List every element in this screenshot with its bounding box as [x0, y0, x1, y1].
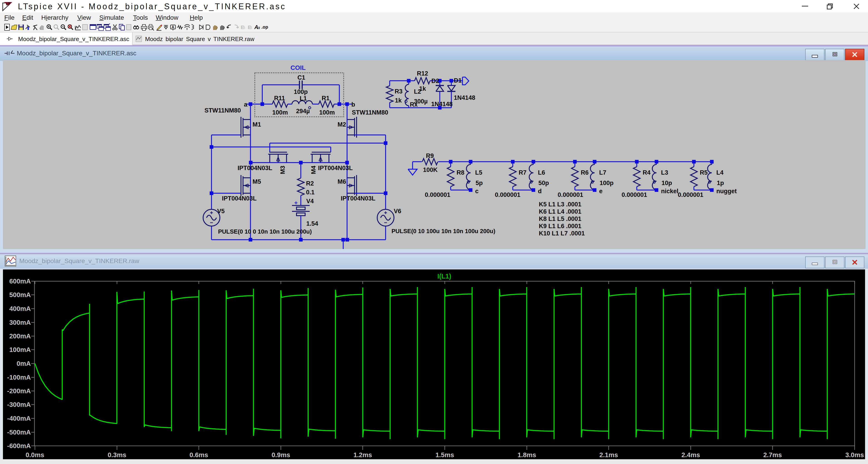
- svg-text:2.4ms: 2.4ms: [681, 451, 700, 459]
- svg-text:R4: R4: [643, 169, 651, 176]
- svg-text:0.000001: 0.000001: [425, 192, 451, 198]
- svg-text:10p: 10p: [661, 180, 672, 186]
- svg-text:R1: R1: [322, 95, 330, 102]
- svg-text:100p: 100p: [294, 88, 308, 95]
- svg-text:L2: L2: [414, 88, 421, 95]
- svg-text:R7: R7: [519, 169, 527, 176]
- svg-text:2.7ms: 2.7ms: [763, 451, 782, 459]
- svg-text:L7: L7: [599, 169, 607, 176]
- svg-text:R3: R3: [395, 88, 403, 95]
- svg-text:PULSE(0 10 100u 10n 10n 100u 2: PULSE(0 10 100u 10n 10n 100u 200u): [392, 228, 495, 234]
- svg-text:M2: M2: [338, 121, 346, 128]
- svg-text:5p: 5p: [475, 180, 483, 186]
- svg-text:R6: R6: [581, 169, 589, 176]
- svg-text:1N4148: 1N4148: [431, 101, 453, 108]
- svg-text:L5: L5: [475, 169, 483, 176]
- svg-text:+: +: [294, 199, 298, 206]
- svg-text:100mA: 100mA: [9, 346, 31, 353]
- svg-text:0.000001: 0.000001: [622, 192, 647, 198]
- svg-text:0.9ms: 0.9ms: [272, 451, 290, 459]
- svg-text:0.1: 0.1: [306, 189, 315, 196]
- svg-text:-100mA: -100mA: [7, 374, 31, 381]
- svg-text:400mA: 400mA: [9, 305, 31, 312]
- svg-text:STW11NM80: STW11NM80: [352, 109, 388, 116]
- svg-text:-400mA: -400mA: [7, 415, 31, 422]
- svg-text:c: c: [475, 188, 478, 195]
- svg-text:b: b: [351, 101, 355, 108]
- svg-text:0.000001: 0.000001: [558, 192, 583, 198]
- svg-text:-200mA: -200mA: [7, 387, 31, 395]
- svg-text:M3: M3: [279, 166, 286, 174]
- svg-text:L1: L1: [300, 95, 307, 102]
- svg-text:100K: 100K: [423, 167, 438, 173]
- svg-text:K5 L1 L3 .0001: K5 L1 L3 .0001: [539, 201, 582, 208]
- svg-text:100m: 100m: [319, 109, 335, 116]
- svg-text:COIL: COIL: [290, 64, 306, 71]
- svg-text:Rx: Rx: [410, 101, 418, 108]
- svg-text:L3: L3: [661, 169, 668, 176]
- svg-text:3: 3: [250, 26, 252, 30]
- svg-text:1N4148: 1N4148: [454, 94, 475, 101]
- svg-text:300mA: 300mA: [9, 319, 31, 326]
- svg-text:0.000001: 0.000001: [678, 192, 704, 198]
- svg-text:1.2ms: 1.2ms: [353, 451, 372, 459]
- svg-text:L4: L4: [716, 169, 723, 176]
- svg-text:e: e: [599, 188, 602, 195]
- svg-text:100m: 100m: [272, 109, 288, 116]
- svg-text:0mA: 0mA: [17, 360, 31, 367]
- svg-text:0.0ms: 0.0ms: [26, 451, 44, 459]
- svg-text:nugget: nugget: [716, 188, 737, 195]
- svg-text:D1: D1: [454, 77, 462, 84]
- svg-text:V6: V6: [394, 208, 401, 214]
- svg-text:294µ: 294µ: [296, 108, 310, 115]
- svg-text:K8 L1 L5 .0001: K8 L1 L5 .0001: [539, 215, 582, 222]
- svg-text:IPT004N03L: IPT004N03L: [318, 165, 353, 171]
- svg-text:K6 L1 L4 .0001: K6 L1 L4 .0001: [539, 208, 582, 215]
- svg-text:M5: M5: [252, 178, 261, 185]
- svg-text:1k: 1k: [395, 97, 402, 104]
- svg-text:-300mA: -300mA: [7, 401, 31, 408]
- svg-text:V5: V5: [217, 208, 225, 214]
- svg-text:M6: M6: [338, 178, 346, 185]
- svg-text:IPT004N03L: IPT004N03L: [341, 195, 375, 202]
- svg-text:R5: R5: [700, 169, 708, 176]
- svg-text:3: 3: [243, 26, 245, 30]
- svg-text:1.54: 1.54: [306, 220, 318, 227]
- svg-text:a: a: [258, 25, 260, 30]
- svg-text:d: d: [538, 188, 542, 195]
- svg-text:M1: M1: [252, 121, 261, 128]
- svg-text:LT: LT: [6, 2, 10, 6]
- svg-text:R2: R2: [306, 180, 314, 187]
- svg-text:0.000001: 0.000001: [495, 192, 521, 198]
- svg-text:50p: 50p: [538, 180, 549, 186]
- svg-text:500mA: 500mA: [9, 291, 31, 298]
- svg-text:a: a: [244, 101, 248, 108]
- svg-text:A: A: [172, 25, 174, 29]
- svg-text:IPT004N03L: IPT004N03L: [238, 165, 272, 171]
- svg-text:3.0ms: 3.0ms: [845, 451, 864, 459]
- svg-text:K9 L1 L6 .0001: K9 L1 L6 .0001: [539, 223, 582, 230]
- svg-text:IPT004N03L: IPT004N03L: [222, 195, 257, 202]
- svg-text:nickel: nickel: [661, 188, 679, 195]
- svg-text:M4: M4: [310, 166, 317, 174]
- svg-text:.op: .op: [261, 25, 268, 29]
- svg-text:R11: R11: [274, 95, 285, 102]
- svg-text:L6: L6: [538, 169, 545, 176]
- svg-text:R12: R12: [417, 70, 428, 77]
- svg-text:-600mA: -600mA: [7, 442, 31, 450]
- svg-text:100p: 100p: [599, 180, 614, 186]
- svg-text:0.6ms: 0.6ms: [189, 451, 208, 459]
- svg-text:0.3ms: 0.3ms: [108, 451, 126, 459]
- svg-text:2.1ms: 2.1ms: [599, 451, 618, 459]
- svg-text:1.8ms: 1.8ms: [518, 451, 536, 459]
- svg-text:R9: R9: [426, 152, 434, 159]
- svg-text:R8: R8: [457, 169, 464, 176]
- svg-text:C1: C1: [298, 74, 305, 81]
- svg-text:600mA: 600mA: [9, 278, 31, 285]
- svg-text:I(L1): I(L1): [437, 272, 451, 280]
- svg-text:V4: V4: [306, 198, 314, 205]
- svg-text:PULSE(0 10 0 10n 10n 100u 200u: PULSE(0 10 0 10n 10n 100u 200u): [218, 228, 312, 235]
- svg-text:1.5ms: 1.5ms: [435, 451, 454, 459]
- svg-text:STW11NM80: STW11NM80: [205, 107, 241, 114]
- svg-text:200mA: 200mA: [9, 332, 31, 340]
